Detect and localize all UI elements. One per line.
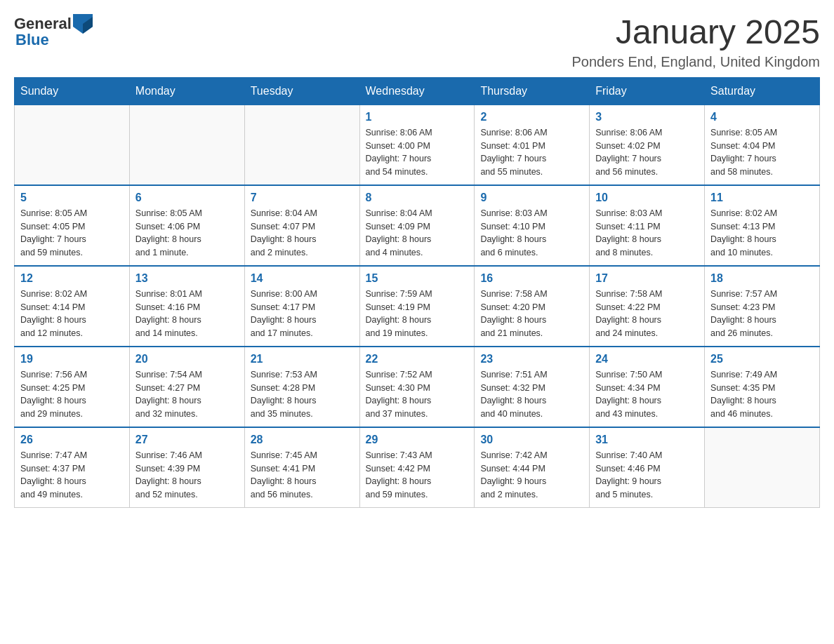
day-info: Sunrise: 7:46 AM Sunset: 4:39 PM Dayligh… bbox=[135, 449, 239, 502]
day-info: Sunrise: 8:01 AM Sunset: 4:16 PM Dayligh… bbox=[135, 288, 239, 340]
day-number: 8 bbox=[366, 192, 469, 204]
day-info: Sunrise: 7:43 AM Sunset: 4:42 PM Dayligh… bbox=[366, 449, 469, 502]
page-header: General Blue January 2025 Ponders End, E… bbox=[14, 14, 820, 70]
calendar-cell bbox=[129, 105, 244, 185]
day-number: 9 bbox=[480, 192, 583, 204]
calendar-cell bbox=[705, 427, 820, 508]
calendar-cell: 31Sunrise: 7:40 AM Sunset: 4:46 PM Dayli… bbox=[590, 427, 705, 508]
day-info: Sunrise: 8:06 AM Sunset: 4:02 PM Dayligh… bbox=[595, 126, 699, 179]
calendar-week-row: 5Sunrise: 8:05 AM Sunset: 4:05 PM Daylig… bbox=[15, 185, 820, 266]
calendar-cell: 3Sunrise: 8:06 AM Sunset: 4:02 PM Daylig… bbox=[590, 105, 705, 185]
day-number: 1 bbox=[366, 111, 469, 123]
day-info: Sunrise: 8:02 AM Sunset: 4:13 PM Dayligh… bbox=[710, 207, 814, 260]
day-number: 2 bbox=[480, 111, 583, 123]
calendar-cell: 4Sunrise: 8:05 AM Sunset: 4:04 PM Daylig… bbox=[705, 105, 820, 185]
calendar-cell: 22Sunrise: 7:52 AM Sunset: 4:30 PM Dayli… bbox=[359, 347, 475, 427]
calendar-cell: 16Sunrise: 7:58 AM Sunset: 4:20 PM Dayli… bbox=[475, 266, 590, 347]
calendar-cell: 15Sunrise: 7:59 AM Sunset: 4:19 PM Dayli… bbox=[359, 266, 475, 347]
calendar-cell: 12Sunrise: 8:02 AM Sunset: 4:14 PM Dayli… bbox=[15, 266, 130, 347]
calendar-cell: 13Sunrise: 8:01 AM Sunset: 4:16 PM Dayli… bbox=[129, 266, 244, 347]
day-number: 26 bbox=[20, 434, 124, 446]
day-info: Sunrise: 8:03 AM Sunset: 4:11 PM Dayligh… bbox=[595, 207, 699, 260]
weekday-header-monday: Monday bbox=[129, 77, 244, 105]
day-info: Sunrise: 7:49 AM Sunset: 4:35 PM Dayligh… bbox=[710, 368, 814, 421]
day-info: Sunrise: 8:05 AM Sunset: 4:04 PM Dayligh… bbox=[710, 126, 814, 179]
day-info: Sunrise: 8:02 AM Sunset: 4:14 PM Dayligh… bbox=[20, 288, 124, 340]
day-number: 15 bbox=[366, 272, 469, 285]
calendar-cell: 9Sunrise: 8:03 AM Sunset: 4:10 PM Daylig… bbox=[475, 185, 590, 266]
day-number: 27 bbox=[135, 434, 239, 446]
day-number: 12 bbox=[20, 272, 124, 285]
day-info: Sunrise: 8:04 AM Sunset: 4:07 PM Dayligh… bbox=[251, 207, 354, 260]
calendar-cell: 18Sunrise: 7:57 AM Sunset: 4:23 PM Dayli… bbox=[705, 266, 820, 347]
weekday-header-tuesday: Tuesday bbox=[244, 77, 359, 105]
day-info: Sunrise: 7:47 AM Sunset: 4:37 PM Dayligh… bbox=[20, 449, 124, 502]
weekday-header-thursday: Thursday bbox=[475, 77, 590, 105]
calendar-cell: 2Sunrise: 8:06 AM Sunset: 4:01 PM Daylig… bbox=[475, 105, 590, 185]
calendar-cell: 29Sunrise: 7:43 AM Sunset: 4:42 PM Dayli… bbox=[359, 427, 475, 508]
calendar-header-row: SundayMondayTuesdayWednesdayThursdayFrid… bbox=[15, 77, 820, 105]
day-info: Sunrise: 7:50 AM Sunset: 4:34 PM Dayligh… bbox=[595, 368, 699, 421]
day-number: 25 bbox=[710, 353, 814, 365]
calendar-week-row: 12Sunrise: 8:02 AM Sunset: 4:14 PM Dayli… bbox=[15, 266, 820, 347]
day-number: 28 bbox=[251, 434, 354, 446]
day-info: Sunrise: 7:53 AM Sunset: 4:28 PM Dayligh… bbox=[251, 368, 354, 421]
day-info: Sunrise: 7:51 AM Sunset: 4:32 PM Dayligh… bbox=[480, 368, 583, 421]
calendar-cell: 30Sunrise: 7:42 AM Sunset: 4:44 PM Dayli… bbox=[475, 427, 590, 508]
day-number: 20 bbox=[135, 353, 239, 365]
day-info: Sunrise: 7:42 AM Sunset: 4:44 PM Dayligh… bbox=[480, 449, 583, 502]
calendar-cell: 11Sunrise: 8:02 AM Sunset: 4:13 PM Dayli… bbox=[705, 185, 820, 266]
day-info: Sunrise: 8:04 AM Sunset: 4:09 PM Dayligh… bbox=[366, 207, 469, 260]
day-number: 11 bbox=[710, 192, 814, 204]
calendar-cell: 23Sunrise: 7:51 AM Sunset: 4:32 PM Dayli… bbox=[475, 347, 590, 427]
calendar-cell: 17Sunrise: 7:58 AM Sunset: 4:22 PM Dayli… bbox=[590, 266, 705, 347]
calendar-cell: 6Sunrise: 8:05 AM Sunset: 4:06 PM Daylig… bbox=[129, 185, 244, 266]
day-number: 30 bbox=[480, 434, 583, 446]
day-info: Sunrise: 7:59 AM Sunset: 4:19 PM Dayligh… bbox=[366, 288, 469, 340]
day-info: Sunrise: 8:06 AM Sunset: 4:01 PM Dayligh… bbox=[480, 126, 583, 179]
day-info: Sunrise: 8:05 AM Sunset: 4:06 PM Dayligh… bbox=[135, 207, 239, 260]
day-number: 3 bbox=[595, 111, 699, 123]
day-info: Sunrise: 7:58 AM Sunset: 4:20 PM Dayligh… bbox=[480, 288, 583, 340]
calendar-cell: 19Sunrise: 7:56 AM Sunset: 4:25 PM Dayli… bbox=[15, 347, 130, 427]
calendar-cell: 1Sunrise: 8:06 AM Sunset: 4:00 PM Daylig… bbox=[359, 105, 475, 185]
day-info: Sunrise: 7:52 AM Sunset: 4:30 PM Dayligh… bbox=[366, 368, 469, 421]
day-number: 22 bbox=[366, 353, 469, 365]
day-info: Sunrise: 8:00 AM Sunset: 4:17 PM Dayligh… bbox=[251, 288, 354, 340]
title-area: January 2025 Ponders End, England, Unite… bbox=[571, 14, 820, 70]
day-number: 19 bbox=[20, 353, 124, 365]
calendar-week-row: 1Sunrise: 8:06 AM Sunset: 4:00 PM Daylig… bbox=[15, 105, 820, 185]
month-title: January 2025 bbox=[571, 14, 820, 51]
day-number: 31 bbox=[595, 434, 699, 446]
day-number: 16 bbox=[480, 272, 583, 285]
day-number: 24 bbox=[595, 353, 699, 365]
day-number: 29 bbox=[366, 434, 469, 446]
calendar-cell bbox=[244, 105, 359, 185]
calendar-cell: 8Sunrise: 8:04 AM Sunset: 4:09 PM Daylig… bbox=[359, 185, 475, 266]
calendar-cell: 27Sunrise: 7:46 AM Sunset: 4:39 PM Dayli… bbox=[129, 427, 244, 508]
day-info: Sunrise: 7:45 AM Sunset: 4:41 PM Dayligh… bbox=[251, 449, 354, 502]
day-info: Sunrise: 8:06 AM Sunset: 4:00 PM Dayligh… bbox=[366, 126, 469, 179]
calendar-cell: 21Sunrise: 7:53 AM Sunset: 4:28 PM Dayli… bbox=[244, 347, 359, 427]
calendar-cell: 14Sunrise: 8:00 AM Sunset: 4:17 PM Dayli… bbox=[244, 266, 359, 347]
calendar-cell: 5Sunrise: 8:05 AM Sunset: 4:05 PM Daylig… bbox=[15, 185, 130, 266]
day-number: 18 bbox=[710, 272, 814, 285]
day-number: 10 bbox=[595, 192, 699, 204]
day-info: Sunrise: 7:58 AM Sunset: 4:22 PM Dayligh… bbox=[595, 288, 699, 340]
calendar-week-row: 26Sunrise: 7:47 AM Sunset: 4:37 PM Dayli… bbox=[15, 427, 820, 508]
logo: General Blue bbox=[14, 14, 93, 49]
weekday-header-friday: Friday bbox=[590, 77, 705, 105]
day-number: 13 bbox=[135, 272, 239, 285]
calendar-cell: 25Sunrise: 7:49 AM Sunset: 4:35 PM Dayli… bbox=[705, 347, 820, 427]
calendar-week-row: 19Sunrise: 7:56 AM Sunset: 4:25 PM Dayli… bbox=[15, 347, 820, 427]
day-number: 5 bbox=[20, 192, 124, 204]
day-number: 21 bbox=[251, 353, 354, 365]
day-info: Sunrise: 7:54 AM Sunset: 4:27 PM Dayligh… bbox=[135, 368, 239, 421]
day-info: Sunrise: 8:05 AM Sunset: 4:05 PM Dayligh… bbox=[20, 207, 124, 260]
calendar-cell: 10Sunrise: 8:03 AM Sunset: 4:11 PM Dayli… bbox=[590, 185, 705, 266]
day-info: Sunrise: 7:40 AM Sunset: 4:46 PM Dayligh… bbox=[595, 449, 699, 502]
calendar-cell: 7Sunrise: 8:04 AM Sunset: 4:07 PM Daylig… bbox=[244, 185, 359, 266]
calendar-cell bbox=[15, 105, 130, 185]
day-number: 6 bbox=[135, 192, 239, 204]
logo-blue: Blue bbox=[15, 31, 49, 49]
